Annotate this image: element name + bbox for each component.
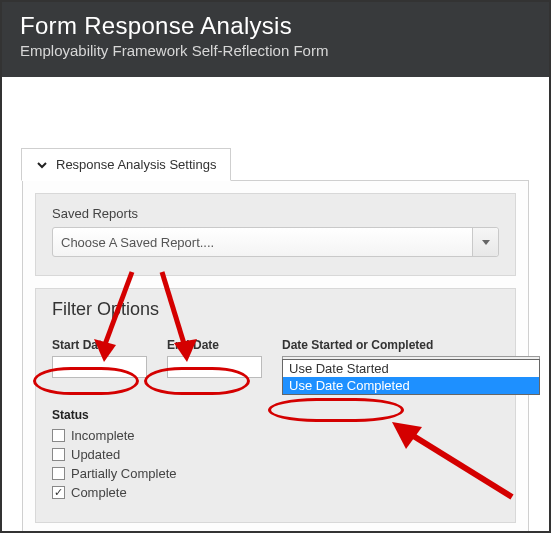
end-date-input[interactable] xyxy=(167,356,262,378)
filter-options-title: Filter Options xyxy=(52,299,499,320)
saved-reports-value: Choose A Saved Report.... xyxy=(61,235,214,250)
status-option-incomplete[interactable]: Incomplete xyxy=(52,428,499,443)
start-date-field: Start Date xyxy=(52,338,147,378)
start-date-label: Start Date xyxy=(52,338,147,352)
checkbox-icon xyxy=(52,467,65,480)
status-label: Updated xyxy=(71,447,120,462)
status-option-updated[interactable]: Updated xyxy=(52,447,499,462)
start-date-input[interactable] xyxy=(52,356,147,378)
checkbox-checked-icon xyxy=(52,486,65,499)
page-header: Form Response Analysis Employability Fra… xyxy=(2,2,549,77)
status-option-partially-complete[interactable]: Partially Complete xyxy=(52,466,499,481)
content-area: Response Analysis Settings Saved Reports… xyxy=(2,77,549,533)
end-date-field: End Date xyxy=(167,338,262,378)
status-label: Incomplete xyxy=(71,428,135,443)
saved-reports-select[interactable]: Choose A Saved Report.... xyxy=(52,227,499,257)
tab-response-analysis-settings[interactable]: Response Analysis Settings xyxy=(21,148,231,181)
status-title: Status xyxy=(52,408,499,422)
saved-reports-label: Saved Reports xyxy=(52,206,499,221)
date-mode-dropdown: Use Date Started Use Date Completed xyxy=(282,359,540,395)
checkbox-icon xyxy=(52,429,65,442)
date-mode-field: Date Started or Completed Use Date Start… xyxy=(282,338,540,378)
end-date-label: End Date xyxy=(167,338,262,352)
page-subtitle: Employability Framework Self-Reflection … xyxy=(20,42,531,59)
dropdown-arrow-icon xyxy=(472,228,498,256)
status-block: Status Incomplete Updated Partially Comp… xyxy=(52,408,499,500)
date-mode-option-started[interactable]: Use Date Started xyxy=(283,360,539,377)
date-mode-label: Date Started or Completed xyxy=(282,338,540,352)
status-label: Partially Complete xyxy=(71,466,177,481)
saved-reports-well: Saved Reports Choose A Saved Report.... xyxy=(35,193,516,276)
filter-row: Start Date End Date Date Started or Comp… xyxy=(52,338,499,378)
chevron-down-icon xyxy=(36,159,48,171)
status-label: Complete xyxy=(71,485,127,500)
settings-panel: Saved Reports Choose A Saved Report.... … xyxy=(22,180,529,533)
page-title: Form Response Analysis xyxy=(20,12,531,40)
filter-options-section: Filter Options Start Date End Date Date … xyxy=(35,288,516,523)
date-mode-option-completed[interactable]: Use Date Completed xyxy=(283,377,539,394)
tab-label: Response Analysis Settings xyxy=(56,157,216,172)
checkbox-icon xyxy=(52,448,65,461)
status-option-complete[interactable]: Complete xyxy=(52,485,499,500)
